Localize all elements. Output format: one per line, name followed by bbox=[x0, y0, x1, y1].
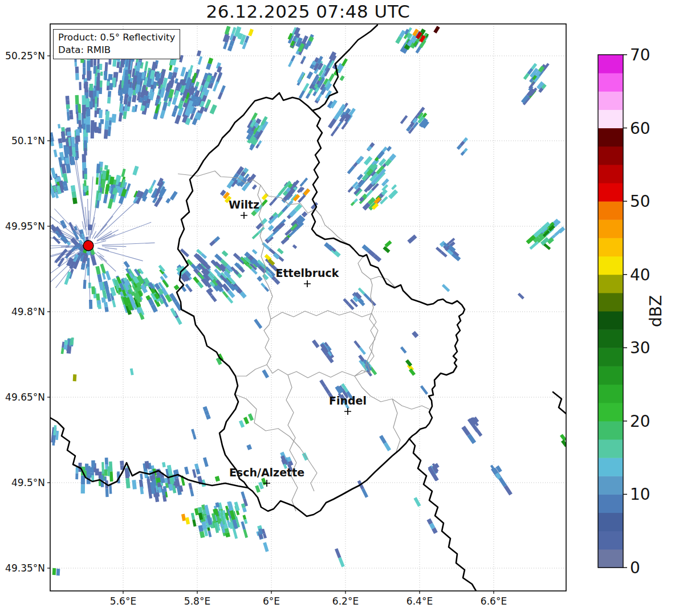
echo-bin bbox=[104, 307, 108, 312]
echo-bin bbox=[412, 331, 418, 338]
product-info-box: Product: 0.5° Reflectivity Data: RMIB bbox=[53, 29, 180, 59]
echo-bin bbox=[79, 82, 81, 90]
echo-bin bbox=[104, 165, 108, 170]
y-tick-label: 49.5°N bbox=[11, 477, 45, 488]
region-border bbox=[392, 399, 400, 452]
echo-bin bbox=[192, 469, 197, 478]
colorbar-segment bbox=[598, 256, 623, 275]
echo-bin bbox=[252, 249, 258, 254]
city-label: Findel bbox=[329, 394, 367, 407]
echo-bin bbox=[199, 107, 205, 115]
echo-bin bbox=[441, 251, 448, 258]
echo-bin bbox=[108, 74, 113, 80]
country-border bbox=[312, 25, 377, 111]
echo-bin bbox=[83, 67, 86, 75]
echo-bin bbox=[81, 484, 85, 493]
colorbar-segment bbox=[598, 311, 623, 330]
echo-bin bbox=[162, 102, 168, 111]
echo-bin bbox=[130, 368, 134, 375]
echo-bin bbox=[291, 55, 296, 62]
echo-bin bbox=[84, 168, 87, 174]
echo-bin bbox=[218, 92, 223, 100]
echo-bin bbox=[184, 467, 189, 475]
region-border bbox=[371, 276, 395, 287]
echo-bin bbox=[334, 126, 339, 132]
echo-bin-strong bbox=[181, 514, 186, 521]
city-markers: WiltzEttelbruckFindelEsch/Alzette bbox=[229, 198, 367, 487]
echo-bin bbox=[105, 111, 110, 121]
echo-bin bbox=[206, 63, 212, 70]
echo-bin bbox=[391, 184, 397, 190]
echo-bin bbox=[93, 66, 96, 74]
echo-bin bbox=[213, 72, 218, 78]
colorbar-segment bbox=[598, 329, 623, 348]
echo-bin bbox=[349, 108, 356, 116]
y-tick-label: 49.8°N bbox=[11, 306, 45, 317]
echo-bin bbox=[58, 124, 60, 128]
echo-bin bbox=[97, 300, 101, 305]
echo-bin bbox=[118, 89, 121, 95]
echo-bin-strong bbox=[409, 368, 416, 376]
echo-bin bbox=[225, 26, 231, 35]
echo-bin bbox=[104, 71, 108, 80]
city-cross-icon bbox=[304, 280, 311, 287]
echo-bin bbox=[208, 531, 212, 537]
echo-bin-strong bbox=[248, 413, 254, 421]
colorbar-segment bbox=[598, 421, 623, 440]
echo-bin bbox=[119, 113, 123, 122]
echo-bin bbox=[173, 67, 178, 73]
echo-bin bbox=[66, 100, 70, 105]
echo-bin bbox=[109, 120, 112, 125]
echo-bin bbox=[337, 121, 342, 127]
echo-bin bbox=[357, 174, 363, 181]
echo-bin bbox=[119, 67, 123, 73]
echo-bin bbox=[197, 50, 201, 56]
echo-bin bbox=[76, 467, 79, 474]
echo-bin bbox=[341, 58, 348, 67]
echo-bin bbox=[91, 255, 97, 266]
y-tick-label: 49.95°N bbox=[5, 221, 45, 232]
echo-bin bbox=[66, 96, 70, 100]
echo-bin bbox=[169, 65, 172, 71]
city-cross-icon bbox=[241, 212, 247, 219]
echo-bin bbox=[302, 452, 308, 461]
echo-bin bbox=[241, 491, 246, 499]
echo-bin bbox=[104, 470, 108, 476]
clutter-spoke bbox=[102, 246, 126, 247]
echo-bin bbox=[400, 115, 408, 124]
echo-bin bbox=[286, 200, 293, 207]
echo-bin bbox=[103, 194, 108, 203]
echo-bin bbox=[70, 156, 75, 165]
echo-bin-strong bbox=[56, 569, 60, 576]
echo-bin bbox=[261, 199, 267, 206]
echo-bin bbox=[347, 166, 355, 174]
clutter-spoke bbox=[103, 222, 151, 240]
echo-bin bbox=[75, 67, 79, 74]
echo-bin bbox=[86, 98, 90, 107]
echo-bin bbox=[359, 347, 366, 355]
echo-bin bbox=[84, 174, 87, 180]
echo-bin bbox=[90, 101, 93, 108]
echo-bin bbox=[84, 140, 87, 148]
echo-bin bbox=[87, 60, 90, 71]
region-border bbox=[178, 171, 349, 245]
echo-bin bbox=[75, 74, 79, 80]
colorbar-tick-label: 10 bbox=[630, 485, 650, 504]
echo-bin bbox=[331, 130, 336, 137]
echo-bin bbox=[242, 515, 246, 520]
echo-bin bbox=[72, 197, 78, 204]
x-tick-label: 5.8°E bbox=[184, 595, 210, 607]
echo-bin bbox=[100, 264, 106, 275]
colorbar-tick-label: 0 bbox=[630, 558, 640, 577]
echo-bin bbox=[86, 108, 90, 116]
echo-bin bbox=[319, 380, 326, 387]
clutter-spoke bbox=[82, 221, 84, 230]
echo-bin bbox=[107, 466, 110, 476]
echo-bin bbox=[282, 206, 288, 213]
echo-bin bbox=[188, 483, 192, 490]
echo-bin bbox=[63, 186, 68, 191]
echo-bin bbox=[233, 528, 238, 539]
echo-bin bbox=[84, 186, 86, 193]
echo-bin bbox=[170, 191, 178, 201]
echo-bin bbox=[205, 99, 210, 108]
